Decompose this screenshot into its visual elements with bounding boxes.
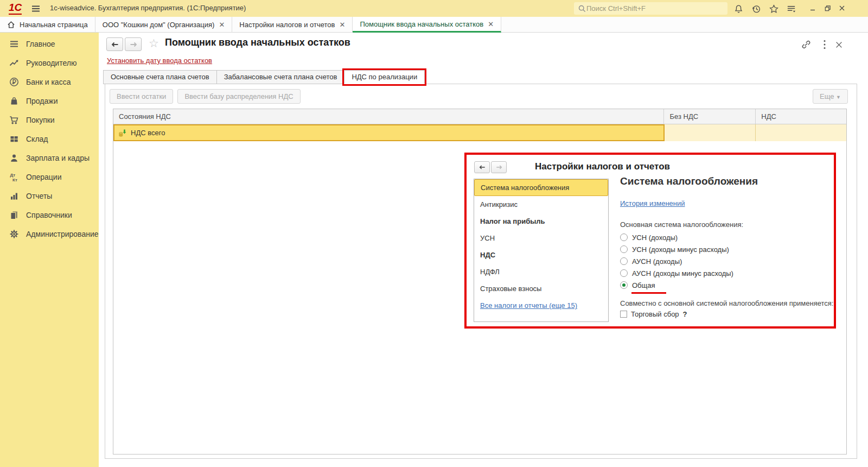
radio-selected-icon[interactable]	[620, 281, 628, 289]
column-header-vat-states[interactable]: Состояния НДС	[113, 109, 664, 124]
nav-item-insurance[interactable]: Страховые взносы	[474, 280, 608, 297]
sidebar-item-bank-kassa[interactable]: Банк и касса	[0, 72, 99, 91]
no-vat-cell[interactable]	[665, 124, 756, 141]
radio-usn-income[interactable]: УСН (доходы)	[620, 232, 678, 243]
radio-icon[interactable]	[620, 245, 628, 253]
main-menu-icon[interactable]	[30, 3, 41, 14]
tax-settings-dialog: Настройки налогов и отчетов Система нало…	[464, 153, 836, 329]
enter-balances-button[interactable]: Ввести остатки	[110, 89, 173, 104]
radio-icon[interactable]	[620, 257, 628, 265]
radio-icon[interactable]	[620, 269, 628, 277]
search-input[interactable]	[586, 4, 724, 12]
sidebar-item-otchety[interactable]: Отчеты	[0, 186, 99, 205]
favorites-star-icon[interactable]	[768, 3, 780, 15]
trend-icon	[9, 58, 20, 68]
toolbar: Ввести остатки Ввести базу распределения…	[110, 89, 301, 104]
history-icon[interactable]	[750, 3, 762, 15]
tab-close-icon[interactable]: ✕	[488, 21, 494, 28]
sidebar-item-sklad[interactable]: Склад	[0, 129, 99, 148]
sidebar-item-zarplata[interactable]: Зарплата и кадры	[0, 148, 99, 167]
enter-vat-base-button[interactable]: Ввести базу распределения НДС	[177, 89, 300, 104]
person-icon	[9, 153, 20, 163]
help-icon[interactable]: ?	[683, 310, 687, 318]
close-icon[interactable]	[835, 2, 848, 15]
radio-ausn-income[interactable]: АУСН (доходы)	[620, 256, 682, 267]
set-balance-date-link[interactable]: Установить дату ввода остатков	[107, 56, 212, 65]
sidebar-item-prodazhi[interactable]: Продажи	[0, 91, 99, 110]
sidebar-item-operacii[interactable]: ДтКт Операции	[0, 167, 99, 186]
chevron-down-icon: ▼	[836, 94, 841, 100]
red-underline-annotation	[631, 292, 666, 294]
tab-vat-realization[interactable]: НДС по реализации	[344, 70, 425, 84]
restore-icon[interactable]	[821, 2, 834, 15]
radio-general-system[interactable]: Общая	[620, 280, 655, 291]
close-form-icon[interactable]	[832, 39, 845, 51]
dialog-forward-button[interactable]	[491, 161, 507, 173]
column-header-vat[interactable]: НДС	[756, 109, 846, 124]
tab-label: Начальная страница	[20, 21, 88, 29]
nav-item-anticrisis[interactable]: Антикризис	[474, 196, 608, 213]
table-header: Состояния НДС Без НДС НДС	[113, 109, 846, 124]
forward-button[interactable]	[125, 37, 142, 51]
grid-icon	[9, 134, 20, 144]
window-tab-bar: Начальная страница ООО "Кошкин дом" (Орг…	[0, 17, 868, 33]
minimize-icon[interactable]	[806, 2, 819, 15]
column-header-no-vat[interactable]: Без НДС	[664, 109, 756, 124]
tab-label: Настройки налогов и отчетов	[239, 21, 335, 29]
cart-icon	[9, 115, 20, 125]
tab-home[interactable]: Начальная страница	[0, 17, 95, 33]
ruble-icon	[9, 77, 20, 87]
nav-item-vat[interactable]: НДС	[474, 247, 608, 263]
radio-ausn-income-expense[interactable]: АУСН (доходы минус расходы)	[620, 268, 733, 279]
nav-item-ndfl[interactable]: НДФЛ	[474, 263, 608, 280]
functions-menu-icon[interactable]	[785, 3, 797, 15]
main-tax-system-label: Основная система налогообложения:	[620, 220, 743, 229]
menu-lines-icon	[9, 39, 20, 49]
dtkt-icon: ДтКт	[9, 172, 20, 182]
sidebar-item-administrirovanie[interactable]: Администрирование	[0, 224, 99, 243]
more-menu-icon[interactable]	[818, 39, 831, 51]
books-icon	[9, 210, 20, 220]
tab-organization[interactable]: ООО "Кошкин дом" (Организация) ✕	[95, 17, 232, 33]
tab-close-icon[interactable]: ✕	[219, 21, 225, 28]
sidebar-item-glavnoe[interactable]: Главное	[0, 34, 99, 53]
dialog-section-heading: Система налогообложения	[620, 175, 758, 187]
sidebar: Главное Руководителю Банк и касса Продаж…	[0, 33, 99, 467]
favorite-star-icon[interactable]: ☆	[149, 37, 159, 50]
dialog-title: Настройки налогов и отчетов	[535, 161, 670, 172]
dialog-nav-list: Система налогообложения Антикризис Налог…	[474, 179, 609, 322]
back-button[interactable]	[106, 37, 123, 51]
tab-opening-balances-assistant[interactable]: Помощник ввода начальных остатков ✕	[353, 17, 501, 33]
page-tabs: Основные счета плана счетов Забалансовые…	[103, 70, 424, 84]
sidebar-item-rukovoditelyu[interactable]: Руководителю	[0, 53, 99, 72]
tab-offbalance-accounts[interactable]: Забалансовые счета плана счетов	[216, 70, 345, 84]
bars-icon	[9, 191, 20, 201]
trade-fee-checkbox-row[interactable]: Торговый сбор ?	[620, 310, 687, 318]
tab-label: Помощник ввода начальных остатков	[360, 20, 483, 28]
nav-item-profit-tax[interactable]: Налог на прибыль	[474, 213, 608, 230]
radio-usn-income-expense[interactable]: УСН (доходы минус расходы)	[620, 244, 729, 255]
history-nav-group	[106, 37, 142, 51]
1c-logo: 1С	[9, 2, 22, 15]
history-changes-link[interactable]: История изменений	[620, 199, 685, 207]
sidebar-item-spravochniki[interactable]: Справочники	[0, 205, 99, 224]
dialog-back-button[interactable]	[474, 161, 490, 173]
radio-icon[interactable]	[620, 234, 628, 241]
vat-cell[interactable]	[756, 124, 846, 141]
bag-icon	[9, 96, 20, 106]
checkbox-icon[interactable]	[620, 311, 627, 318]
bell-icon[interactable]	[732, 3, 744, 15]
vat-total-cell[interactable]: НДС всего	[113, 124, 665, 141]
tab-close-icon[interactable]: ✕	[340, 21, 346, 28]
more-button[interactable]: Еще ▼	[813, 89, 848, 104]
tab-main-accounts[interactable]: Основные счета плана счетов	[103, 70, 217, 84]
nav-item-tax-system[interactable]: Система налогообложения	[474, 179, 608, 196]
nav-all-taxes-link[interactable]: Все налоги и отчеты (еще 15)	[474, 297, 608, 314]
global-search[interactable]	[574, 2, 727, 15]
tab-label: ООО "Кошкин дом" (Организация)	[103, 21, 215, 29]
get-link-icon[interactable]	[800, 39, 813, 51]
dialog-history-nav	[474, 161, 507, 173]
tab-tax-settings[interactable]: Настройки налогов и отчетов ✕	[232, 17, 353, 33]
nav-item-usn[interactable]: УСН	[474, 230, 608, 247]
sidebar-item-pokupki[interactable]: Покупки	[0, 110, 99, 129]
